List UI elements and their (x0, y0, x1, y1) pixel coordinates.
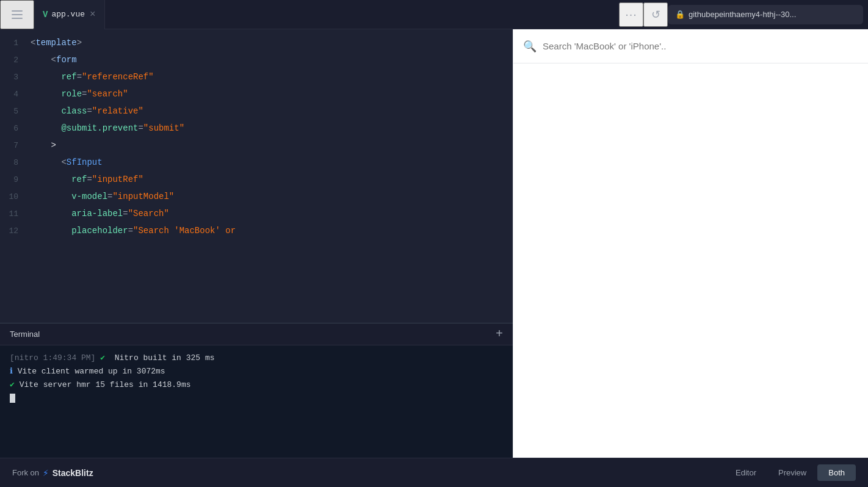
fork-label: Fork on (12, 468, 39, 477)
preview-panel: 🔍 (513, 29, 868, 458)
view-btn-preview[interactable]: Preview (767, 464, 817, 481)
code-line: 9 ref="inputRef" (0, 171, 513, 188)
lightning-icon: ⚡ (43, 467, 49, 479)
line-number: 7 (0, 137, 31, 154)
address-bar[interactable]: 🔒 githubepeinthaemy4-hthj--30... (668, 5, 863, 24)
terminal-header: Terminal + (0, 323, 513, 345)
app-vue-tab[interactable]: V app.vue × (34, 0, 105, 29)
line-content: ref="inputRef" (31, 171, 143, 188)
reload-button[interactable]: ↺ (643, 2, 668, 27)
vue-icon: V (43, 10, 48, 20)
code-line: 6 @submit.prevent="submit" (0, 120, 513, 137)
line-number: 11 (0, 206, 31, 223)
more-options-button[interactable]: ··· (619, 2, 643, 27)
terminal-line: ✔ Vite server hmr 15 files in 1418.9ms (10, 378, 503, 392)
hamburger-icon (12, 10, 23, 19)
editor-panel: 1<template>2 <form3 ref="referenceRef"4 … (0, 29, 513, 458)
main-content: 1<template>2 <form3 ref="referenceRef"4 … (0, 29, 868, 458)
lock-icon: 🔒 (675, 10, 685, 20)
line-content: > (31, 137, 56, 154)
code-line: 7 > (0, 137, 513, 154)
line-content: v-model="inputModel" (31, 188, 174, 205)
preview-content (513, 63, 868, 458)
line-number: 10 (0, 189, 31, 206)
preview-search-bar: 🔍 (513, 29, 868, 63)
terminal-body: [nitro 1:49:34 PM] ✔ Nitro built in 325 … (0, 345, 513, 458)
line-number: 3 (0, 69, 31, 86)
search-icon: 🔍 (523, 40, 537, 53)
line-content: <form (31, 51, 77, 68)
terminal-line: ℹ Vite client warmed up in 3072ms (10, 365, 503, 378)
preview-search-input[interactable] (543, 41, 858, 51)
terminal-cursor (10, 394, 15, 403)
hamburger-button[interactable] (0, 0, 34, 29)
code-line: 11 aria-label="Search" (0, 205, 513, 222)
view-btn-both[interactable]: Both (817, 464, 856, 481)
view-btn-editor[interactable]: Editor (725, 464, 767, 481)
address-text: githubepeinthaemy4-hthj--30... (689, 10, 796, 19)
line-content: aria-label="Search" (31, 205, 169, 222)
stackblitz-name: StackBlitz (52, 468, 93, 478)
line-content: role="search" (31, 85, 128, 103)
line-number: 12 (0, 223, 31, 240)
line-number: 6 (0, 120, 31, 137)
terminal-line: [nitro 1:49:34 PM] ✔ Nitro built in 325 … (10, 352, 503, 365)
terminal-panel: Terminal + [nitro 1:49:34 PM] ✔ Nitro bu… (0, 323, 513, 458)
stackblitz-logo[interactable]: ⚡ StackBlitz (43, 467, 93, 479)
terminal-line (10, 392, 503, 405)
code-line: 2 <form (0, 51, 513, 68)
line-number: 1 (0, 35, 31, 52)
view-toggle: EditorPreviewBoth (725, 464, 856, 481)
line-content: <template> (31, 34, 82, 51)
bottom-bar: Fork on ⚡ StackBlitz EditorPreviewBoth (0, 458, 868, 487)
code-line: 4 role="search" (0, 85, 513, 103)
terminal-title: Terminal (10, 330, 40, 339)
code-line: 10 v-model="inputModel" (0, 188, 513, 205)
tab-filename: app.vue (51, 10, 85, 19)
line-content: placeholder="Search 'MacBook' or (31, 222, 236, 239)
line-number: 5 (0, 103, 31, 120)
top-bar: V app.vue × ··· ↺ 🔒 githubepeinthaemy4-h… (0, 0, 868, 29)
line-number: 9 (0, 171, 31, 189)
code-line: 5 class="relative" (0, 103, 513, 120)
tab-close-icon[interactable]: × (90, 10, 96, 20)
code-line: 1<template> (0, 34, 513, 51)
line-number: 2 (0, 52, 31, 69)
line-content: @submit.prevent="submit" (31, 120, 184, 137)
line-content: <SfInput (31, 154, 103, 171)
code-line: 12 placeholder="Search 'MacBook' or (0, 222, 513, 239)
line-content: ref="referenceRef" (31, 68, 154, 85)
tab-area: V app.vue × (34, 0, 105, 29)
line-number: 8 (0, 154, 31, 171)
line-content: class="relative" (31, 103, 143, 120)
code-line: 3 ref="referenceRef" (0, 68, 513, 85)
code-area: 1<template>2 <form3 ref="referenceRef"4 … (0, 29, 513, 323)
terminal-add-button[interactable]: + (496, 328, 503, 341)
line-number: 4 (0, 86, 31, 103)
code-line: 8 <SfInput (0, 154, 513, 171)
